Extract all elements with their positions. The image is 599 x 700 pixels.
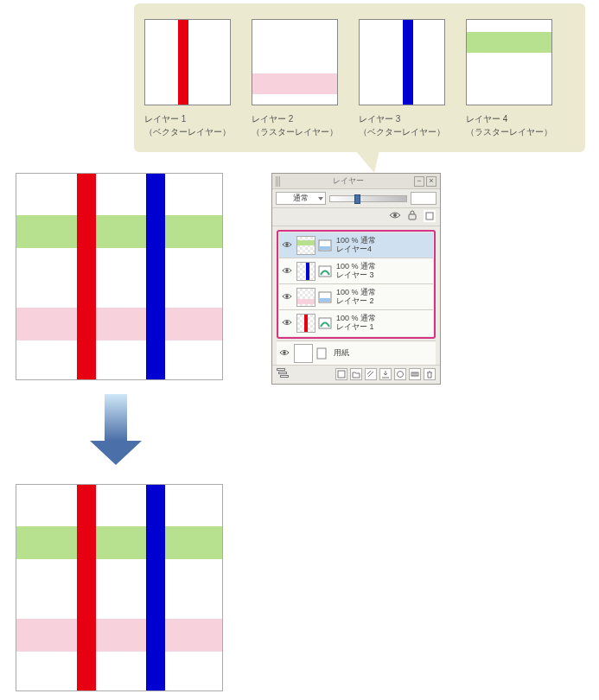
svg-point-8 xyxy=(285,295,288,297)
visibility-column-icon xyxy=(389,210,401,220)
layer-name[interactable]: レイヤー 1 xyxy=(336,323,376,332)
layer-name[interactable]: レイヤー 3 xyxy=(336,271,376,280)
down-arrow-icon xyxy=(90,394,142,465)
palette-option-icon[interactable] xyxy=(424,210,436,222)
tooltip-pointer-icon xyxy=(355,150,379,173)
canvas-before xyxy=(16,173,223,380)
swatch-type: （ベクターレイヤー） xyxy=(359,125,445,138)
swatch-type: （ラスターレイヤー） xyxy=(466,125,552,138)
blend-mode-value: 通常 xyxy=(293,193,309,204)
paper-layer-row[interactable]: 用紙 xyxy=(277,340,436,365)
mask-button[interactable] xyxy=(394,368,406,380)
vector-layer-icon xyxy=(317,262,333,281)
layer-thumbnail xyxy=(296,262,315,281)
layer-row[interactable]: 100 % 通常 レイヤー 3 xyxy=(279,258,433,284)
layer2-pink xyxy=(16,308,222,340)
layer1-red xyxy=(77,485,96,690)
blend-mode-select[interactable]: 通常 xyxy=(276,192,326,205)
swatch-layer3 xyxy=(359,19,445,105)
svg-point-16 xyxy=(398,372,404,378)
layer3-blue xyxy=(146,485,165,690)
visibility-toggle[interactable] xyxy=(279,317,295,329)
delete-layer-button[interactable] xyxy=(424,368,436,380)
opacity-slider[interactable] xyxy=(329,195,407,202)
new-folder-button[interactable] xyxy=(350,368,362,380)
layer4-green xyxy=(16,526,222,559)
visibility-toggle[interactable] xyxy=(279,265,295,277)
svg-rect-2 xyxy=(426,213,433,220)
layer-stack-icon[interactable] xyxy=(277,368,289,380)
paper-layer-icon xyxy=(315,344,330,363)
visibility-toggle[interactable] xyxy=(279,239,295,251)
svg-point-0 xyxy=(393,213,397,217)
lock-column-icon xyxy=(406,210,418,220)
opacity-input[interactable] xyxy=(411,192,437,205)
layer1-red xyxy=(77,174,96,379)
layer-thumbnail xyxy=(296,288,315,307)
layer4-green xyxy=(16,215,222,248)
visibility-toggle[interactable] xyxy=(277,347,292,360)
swatch-layer1 xyxy=(144,19,231,105)
close-button[interactable]: × xyxy=(426,176,437,187)
canvas-after xyxy=(16,484,223,691)
ruler-button[interactable] xyxy=(409,368,421,380)
layer-thumbnail xyxy=(296,236,315,255)
layer-row[interactable]: 100 % 通常 レイヤー 2 xyxy=(279,284,433,310)
selected-layers-outline: 100 % 通常 レイヤー4 100 % 通常 レイヤー 3 xyxy=(277,230,436,339)
raster-layer-icon xyxy=(317,236,333,255)
visibility-toggle[interactable] xyxy=(279,291,295,303)
grip-icon[interactable] xyxy=(276,176,281,187)
layer2-pink xyxy=(16,619,222,652)
svg-point-13 xyxy=(283,351,285,353)
layer-thumbnail xyxy=(296,314,315,333)
svg-rect-10 xyxy=(320,298,330,302)
paper-layer-name[interactable]: 用紙 xyxy=(334,349,349,358)
merge-layer-button[interactable] xyxy=(379,368,392,380)
svg-rect-1 xyxy=(409,214,416,220)
layer-row[interactable]: 100 % 通常 レイヤー4 xyxy=(279,232,433,258)
layer-row[interactable]: 100 % 通常 レイヤー 1 xyxy=(279,310,433,336)
new-layer-button[interactable] xyxy=(335,368,347,380)
paper-thumbnail xyxy=(294,344,313,363)
svg-rect-14 xyxy=(317,348,326,359)
layer-name[interactable]: レイヤー 2 xyxy=(336,297,376,306)
layer-name[interactable]: レイヤー4 xyxy=(336,245,376,254)
transfer-layer-button[interactable] xyxy=(365,368,377,380)
layer-palette: レイヤー − × 通常 xyxy=(271,173,441,385)
svg-point-6 xyxy=(285,269,288,271)
swatch-title: レイヤー 2 xyxy=(252,112,338,125)
raster-layer-icon xyxy=(317,288,333,307)
svg-point-3 xyxy=(285,243,288,245)
swatch-title: レイヤー 4 xyxy=(466,112,552,125)
minimize-button[interactable]: − xyxy=(414,176,424,187)
swatch-type: （ベクターレイヤー） xyxy=(144,125,231,138)
swatch-title: レイヤー 1 xyxy=(144,112,231,125)
vector-layer-icon xyxy=(317,314,333,333)
svg-point-11 xyxy=(285,321,288,323)
svg-rect-15 xyxy=(338,371,345,378)
palette-title: レイヤー xyxy=(284,175,412,187)
layer-breakdown-tooltip: レイヤー 1 （ベクターレイヤー） レイヤー 2 （ラスターレイヤー） レイヤー… xyxy=(134,3,585,152)
swatch-layer4 xyxy=(466,19,552,105)
svg-rect-5 xyxy=(320,246,330,250)
layer3-blue xyxy=(146,174,165,379)
swatch-layer2 xyxy=(252,19,338,105)
swatch-type: （ラスターレイヤー） xyxy=(252,125,338,138)
swatch-title: レイヤー 3 xyxy=(359,112,445,125)
